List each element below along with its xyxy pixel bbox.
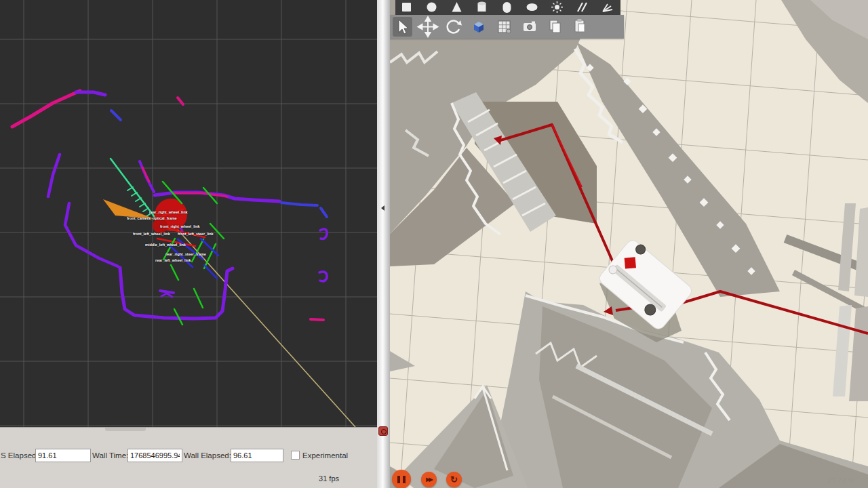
real-time-factor: 27.73 % (827, 476, 854, 485)
rotate-tool-icon[interactable] (448, 20, 462, 33)
gazebo-edit-toolbar (390, 15, 624, 39)
grid-icon[interactable] (498, 21, 511, 33)
rviz-grid (0, 0, 377, 427)
reset-button[interactable]: ↻ (446, 472, 462, 487)
capsule-icon[interactable] (503, 2, 511, 13)
tf-frame-label: rear_right_steer_frame (165, 253, 206, 257)
rviz-render-canvas (0, 0, 377, 427)
step-button[interactable]: ▶▶ (421, 472, 437, 487)
fps-counter: 31 fps (319, 474, 339, 483)
wall-time-label: Wall Time: (92, 451, 128, 460)
rviz-3d-viewport[interactable]: rear_right_wheel_link front_camera_optic… (0, 0, 377, 427)
panel-resize-handle[interactable] (105, 428, 146, 431)
gazebo-3d-viewport[interactable]: ▶▶ ↻ 27.73 % (390, 0, 868, 488)
gazebo-shapes-toolbar (395, 0, 620, 15)
ros-elapsed-label: S Elapsed: (1, 451, 39, 460)
tf-frame-label: middle_left_wheel_link (145, 243, 186, 247)
ellipsoid-icon[interactable] (527, 3, 538, 11)
dual-app-desktop: rear_right_wheel_link front_camera_optic… (0, 0, 868, 488)
directional-light-icon[interactable] (603, 4, 612, 12)
experimental-checkbox[interactable] (291, 451, 300, 460)
experimental-label: Experimental (302, 451, 348, 460)
tf-frame-label: front_camera_optical_frame (127, 217, 177, 221)
tf-frame-label: rear_right_wheel_link (149, 211, 188, 215)
wall-elapsed-input[interactable] (231, 449, 283, 462)
panel-close-button[interactable] (378, 426, 388, 436)
step-icon: ▶▶ (426, 476, 431, 483)
copy-icon[interactable] (550, 20, 560, 33)
collapse-arrow-icon[interactable] (381, 205, 384, 211)
gazebo-render-canvas (390, 0, 868, 488)
point-light-icon[interactable] (551, 1, 563, 13)
wall-elapsed-label: Wall Elapsed: (184, 451, 231, 460)
robot-red-marker (625, 257, 636, 268)
box-icon[interactable] (402, 3, 411, 12)
pause-icon (397, 476, 400, 483)
select-tool-icon[interactable] (393, 17, 412, 37)
tf-frame-label: front_right_wheel_link (160, 225, 200, 229)
sphere-icon[interactable] (427, 3, 437, 12)
ros-elapsed-input[interactable] (35, 449, 91, 462)
reset-icon: ↻ (450, 474, 458, 485)
screenshot-camera-icon[interactable] (524, 22, 536, 32)
tf-frame-label: front_left_steer_link (178, 232, 214, 237)
tf-frame-label: rear_left_wheel_link (155, 259, 191, 263)
paste-icon[interactable] (575, 19, 585, 32)
scale-tool-icon[interactable] (474, 22, 484, 33)
wall-time-input[interactable] (127, 449, 182, 462)
window-divider[interactable] (377, 0, 390, 488)
cone-icon[interactable] (452, 2, 462, 12)
cylinder-icon[interactable] (478, 2, 486, 12)
translate-tool-icon[interactable] (418, 17, 438, 37)
pause-button[interactable] (392, 470, 411, 488)
tf-frame-label: front_left_wheel_link (133, 232, 170, 237)
spot-light-icon[interactable] (578, 3, 587, 12)
rviz-time-panel: S Elapsed: Wall Time: Wall Elapsed: Expe… (0, 427, 377, 488)
